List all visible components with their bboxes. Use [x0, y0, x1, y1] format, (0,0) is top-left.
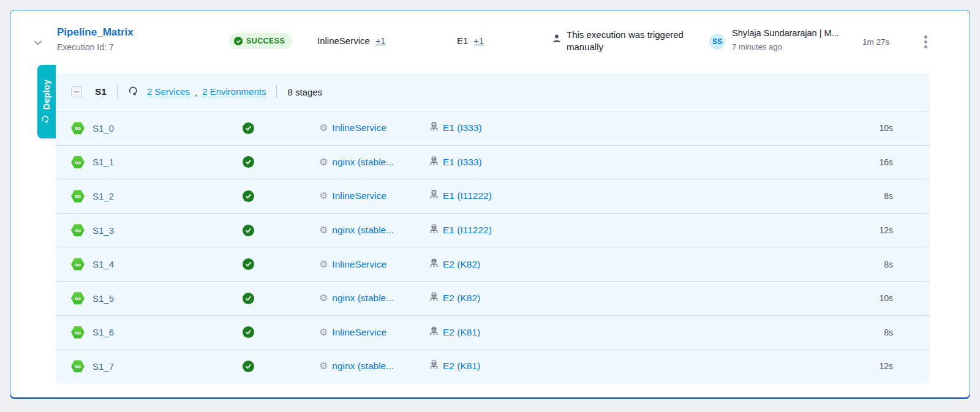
stage-name-link[interactable]: S1_5: [92, 293, 114, 304]
more-options-button[interactable]: [917, 32, 934, 51]
environment-cell: E2 (K82): [429, 292, 832, 304]
table-row: ∞ S1_7 ⚙ nginx (stable... E2 (K81): [56, 349, 930, 383]
services-count-link[interactable]: 2 Services: [147, 86, 190, 97]
stage-tab-deploy[interactable]: Deploy: [37, 65, 56, 138]
table-row: ∞ S1_2 ⚙ InlineService E1 (I11222): [56, 179, 930, 213]
environment-link[interactable]: E1 (I11222): [443, 225, 492, 236]
gear-icon: ⚙: [319, 328, 328, 337]
duration-cell: 8s: [832, 191, 930, 201]
stage-name-link[interactable]: S1_1: [92, 157, 114, 167]
status-cell: [243, 225, 319, 236]
stage-cell[interactable]: ∞ S1_1: [71, 155, 243, 169]
infrastructure-icon: [429, 292, 439, 304]
table-row: ∞ S1_4 ⚙ InlineService E2 (K82): [56, 247, 930, 281]
services-more-link[interactable]: +1: [375, 36, 386, 46]
service-link[interactable]: nginx (stable...: [332, 225, 394, 236]
collapse-matrix-button[interactable]: [71, 86, 82, 97]
service-cell: ⚙ nginx (stable...: [319, 157, 429, 168]
comma: ,: [195, 87, 197, 97]
table-row: ∞ S1_5 ⚙ nginx (stable... E2 (K82): [56, 281, 930, 315]
stage-name-link[interactable]: S1_7: [92, 361, 114, 372]
execution-id-label: Execution Id: 7: [57, 42, 134, 52]
environment-link[interactable]: E1 (I333): [443, 157, 482, 168]
pipeline-title-link[interactable]: Pipeline_Matrix: [57, 26, 134, 39]
cd-stage-icon: ∞: [71, 223, 85, 237]
service-link[interactable]: InlineService: [332, 190, 386, 201]
stage-cell[interactable]: ∞ S1_6: [71, 326, 243, 339]
environment-cell: E2 (K81): [429, 326, 832, 339]
stage-name-link[interactable]: S1_4: [92, 259, 114, 269]
service-cell: ⚙ nginx (stable...: [319, 293, 429, 304]
kebab-icon: [924, 36, 927, 39]
environment-link[interactable]: E2 (K81): [443, 327, 480, 338]
gear-icon: ⚙: [319, 157, 328, 167]
service-link[interactable]: nginx (stable...: [332, 157, 394, 168]
service-link[interactable]: nginx (stable...: [332, 361, 394, 372]
stage-name-link[interactable]: S1_0: [92, 123, 114, 133]
success-check-icon: [243, 258, 254, 270]
matrix-group-label: S1: [95, 86, 107, 97]
expand-collapse-chevron[interactable]: [31, 36, 45, 50]
stage-name-link[interactable]: S1_3: [92, 225, 114, 236]
duration-cell: 12s: [832, 361, 930, 371]
matrix-rows: ∞ S1_0 ⚙ InlineService E1 (I333): [56, 111, 930, 383]
duration-cell: 10s: [832, 293, 930, 303]
stage-name-link[interactable]: S1_6: [92, 327, 114, 337]
service-link[interactable]: InlineService: [332, 327, 386, 338]
stage-cell[interactable]: ∞ S1_3: [71, 223, 243, 237]
loop-strategy-icon: [41, 114, 53, 124]
service-cell: ⚙ nginx (stable...: [319, 225, 429, 236]
total-duration: 1m 27s: [862, 37, 889, 47]
infrastructure-icon: [429, 326, 439, 339]
service-link[interactable]: InlineService: [332, 259, 386, 270]
stage-cell[interactable]: ∞ S1_5: [71, 291, 243, 305]
service-cell: ⚙ InlineService: [319, 259, 429, 270]
environment-link[interactable]: E2 (K81): [443, 361, 480, 372]
gear-icon: ⚙: [319, 361, 328, 371]
environment-link[interactable]: E1 (I333): [443, 122, 482, 133]
environments-more-link[interactable]: +1: [473, 36, 484, 46]
environment-cell: E1 (I11222): [429, 190, 832, 202]
success-check-icon: [243, 293, 254, 304]
success-check-icon: [243, 156, 254, 168]
stage-cell[interactable]: ∞ S1_0: [71, 121, 243, 135]
stage-cell[interactable]: ∞ S1_2: [71, 189, 243, 203]
user-name: Shylaja Sundararajan | M...: [732, 28, 862, 38]
stage-cell[interactable]: ∞ S1_7: [71, 359, 243, 373]
gear-icon: ⚙: [319, 191, 328, 201]
environments-summary-name: E1: [457, 36, 468, 46]
infrastructure-icon: [429, 122, 439, 134]
success-check-icon: [243, 225, 254, 236]
execution-header: Pipeline_Matrix Execution Id: 7 SUCCESS …: [10, 10, 970, 73]
service-link[interactable]: InlineService: [332, 122, 386, 133]
cd-stage-icon: ∞: [71, 155, 85, 169]
stage-cell[interactable]: ∞ S1_4: [71, 258, 243, 271]
environment-cell: E2 (K81): [429, 360, 832, 372]
environments-count-link[interactable]: 2 Environments: [202, 86, 266, 97]
user-avatar[interactable]: SS: [709, 34, 725, 50]
duration-cell: 8s: [832, 260, 930, 269]
environment-link[interactable]: E2 (K82): [443, 293, 480, 304]
duration-cell: 8s: [832, 328, 930, 337]
success-check-icon: [243, 361, 254, 372]
gear-icon: ⚙: [319, 260, 328, 269]
divider: [276, 85, 277, 99]
services-summary: InlineService +1: [317, 36, 385, 46]
stage-name-link[interactable]: S1_2: [92, 191, 114, 201]
environment-link[interactable]: E1 (I11222): [443, 190, 492, 201]
trigger-text: This execution was triggered manually: [567, 29, 706, 53]
environment-cell: E1 (I333): [429, 122, 832, 134]
divider: [117, 85, 118, 99]
service-link[interactable]: nginx (stable...: [332, 293, 394, 304]
cd-stage-icon: ∞: [71, 258, 85, 271]
status-cell: [243, 258, 319, 270]
service-cell: ⚙ InlineService: [319, 327, 429, 338]
status-cell: [243, 122, 319, 134]
duration-cell: 16s: [832, 157, 930, 167]
status-cell: [243, 156, 319, 168]
environment-link[interactable]: E2 (K82): [443, 259, 480, 270]
table-row: ∞ S1_1 ⚙ nginx (stable... E1 (I333): [56, 145, 930, 179]
loop-strategy-icon: [128, 85, 139, 99]
infrastructure-icon: [429, 156, 439, 168]
gear-icon: ⚙: [319, 123, 328, 133]
